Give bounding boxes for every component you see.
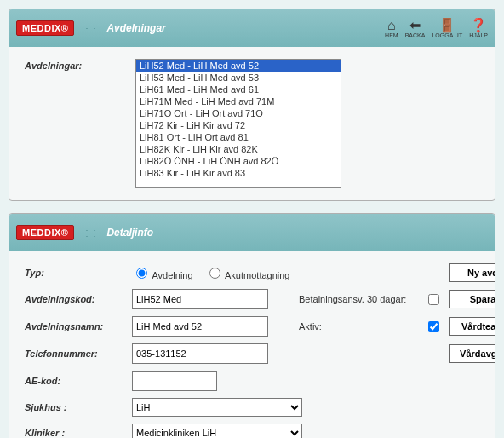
logo: MEDDIX® — [16, 225, 74, 240]
avdelningskod-label: Avdelningskod: — [25, 294, 127, 304]
hem-button[interactable]: ⌂ HEM — [385, 19, 398, 38]
vardteam-button[interactable]: Vårdteam — [449, 317, 495, 336]
radio-avdelning-wrap[interactable]: Avdelning — [132, 265, 193, 280]
sjukhus-label: Sjukhus : — [25, 402, 127, 412]
logo: MEDDIX® — [16, 20, 74, 36]
detaljinfo-header: MEDDIX® ⋮⋮ Detaljinfo — [9, 214, 495, 251]
betalningsansv-checkbox[interactable] — [427, 294, 441, 305]
telefonnummer-label: Telefonnummer: — [25, 349, 127, 359]
telefonnummer-input[interactable] — [132, 343, 268, 364]
radio-avdelning-label: Avdelning — [152, 270, 192, 280]
kliniker-select[interactable]: Medicinkliniken LiH — [132, 424, 302, 438]
avdelningar-listbox[interactable]: LiH52 Med - LiH Med avd 52LiH53 Med - Li… — [135, 59, 341, 188]
avdelningsnamn-label: Avdelningsnamn: — [25, 321, 127, 331]
detaljinfo-body: Typ: Avdelning Akutmottagning Ny avd Avd… — [9, 251, 495, 438]
betalningsansv-label: Betalningsansv. 30 dagar: — [299, 294, 418, 304]
list-item[interactable]: LiH71M Med - LiH Med avd 71M — [136, 95, 341, 107]
logout-icon: 🚪 — [438, 19, 455, 32]
list-item[interactable]: LiH61 Med - LiH Med avd 61 — [136, 84, 341, 95]
ny-avd-button[interactable]: Ny avd — [449, 263, 495, 282]
ae-kod-label: AE-kod: — [25, 376, 127, 386]
radio-akut[interactable] — [209, 268, 220, 279]
logga-ut-label: LOGGA UT — [432, 32, 462, 38]
home-icon: ⌂ — [387, 19, 396, 32]
aktiv-checkbox[interactable] — [427, 321, 441, 332]
hem-label: HEM — [385, 32, 398, 38]
detaljinfo-panel: MEDDIX® ⋮⋮ Detaljinfo Typ: Avdelning Aku… — [9, 213, 495, 438]
toolbar: ⌂ HEM ⬅ BACKA 🚪 LOGGA UT ❓ HJÄLP — [385, 19, 488, 38]
hjalp-button[interactable]: ❓ HJÄLP — [469, 19, 488, 38]
list-item[interactable]: LiH53 Med - LiH Med avd 53 — [136, 72, 341, 84]
list-item[interactable]: LiH81 Ort - LiH Ort avd 81 — [136, 131, 341, 143]
spara-button[interactable]: Spara — [449, 290, 495, 308]
radio-akut-label: Akutmottagning — [225, 270, 289, 280]
kliniker-label: Kliniker : — [25, 428, 127, 438]
backa-button[interactable]: ⬅ BACKA — [405, 19, 426, 38]
avdelningar-header: MEDDIX® ⋮⋮ Avdelningar ⌂ HEM ⬅ BACKA 🚪 L… — [9, 9, 495, 47]
separator: ⋮⋮ — [83, 228, 98, 238]
separator: ⋮⋮ — [83, 24, 98, 33]
avdelningar-title: Avdelningar — [106, 22, 165, 34]
list-item[interactable]: LiH82Ö ÖNH - LiH ÖNH avd 82Ö — [136, 155, 341, 167]
radio-avdelning[interactable] — [136, 268, 147, 279]
ae-kod-input[interactable] — [132, 371, 217, 391]
back-icon: ⬅ — [410, 19, 421, 32]
list-item[interactable]: LiH52 Med - LiH Med avd 52 — [136, 60, 341, 72]
detaljinfo-title: Detaljinfo — [106, 227, 153, 239]
vardavgift-button[interactable]: Vårdavgift — [449, 344, 495, 363]
backa-label: BACKA — [405, 32, 426, 38]
typ-label: Typ: — [25, 268, 127, 278]
logga-ut-button[interactable]: 🚪 LOGGA UT — [432, 19, 462, 38]
list-item[interactable]: LiH82K Kir - LiH Kir avd 82K — [136, 143, 341, 155]
list-item[interactable]: LiH71O Ort - LiH Ort avd 71O — [136, 107, 341, 119]
list-item[interactable]: LiH72 Kir - LiH Kir avd 72 — [136, 119, 341, 131]
avdelningsnamn-input[interactable] — [132, 316, 268, 337]
avdelningskod-input[interactable] — [132, 289, 268, 309]
radio-akut-wrap[interactable]: Akutmottagning — [205, 265, 290, 280]
avdelningar-list-label: Avdelningar: — [25, 59, 135, 71]
list-item[interactable]: LiH83 Kir - LiH Kir avd 83 — [136, 167, 341, 179]
sjukhus-select[interactable]: LiH — [132, 398, 302, 417]
hjalp-label: HJÄLP — [469, 32, 488, 38]
avdelningar-panel: MEDDIX® ⋮⋮ Avdelningar ⌂ HEM ⬅ BACKA 🚪 L… — [9, 9, 495, 201]
avdelningar-body: Avdelningar: LiH52 Med - LiH Med avd 52L… — [9, 47, 495, 200]
aktiv-label: Aktiv: — [299, 321, 418, 331]
help-icon: ❓ — [470, 19, 487, 32]
